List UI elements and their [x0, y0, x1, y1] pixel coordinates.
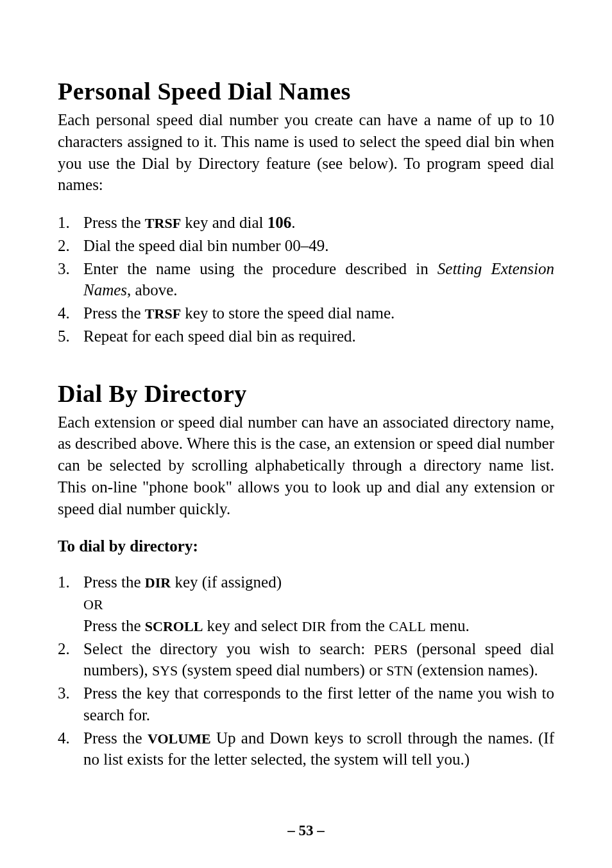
list-item: 2. Select the directory you wish to sear…	[58, 638, 554, 682]
text: from the	[326, 617, 389, 634]
section-heading-2: Dial By Directory	[58, 379, 554, 408]
text: key (if assigned)	[171, 573, 282, 591]
text: Press the	[83, 729, 148, 747]
text: key and select	[203, 617, 302, 634]
key-label: TRSF	[145, 215, 181, 231]
page-footer: – 53 –	[0, 822, 612, 839]
list-marker: 2.	[58, 235, 83, 257]
section1-intro: Each personal speed dial number you crea…	[58, 109, 554, 196]
list-content: Press the DIR key (if assigned) OR Press…	[83, 571, 554, 636]
caps-text: STN	[386, 663, 413, 679]
caps-text: DIR	[302, 618, 326, 634]
list-marker: 4.	[58, 727, 83, 771]
list-marker: 2.	[58, 638, 83, 682]
list-marker: 4.	[58, 302, 83, 324]
list-marker: 5.	[58, 326, 83, 347]
text: , above.	[127, 281, 177, 299]
text: Enter the name using the procedure descr…	[83, 260, 438, 277]
key-label: SCROLL	[145, 618, 203, 634]
list-content: Select the directory you wish to search:…	[83, 638, 554, 682]
section2-list: 1. Press the DIR key (if assigned) OR Pr…	[58, 571, 554, 770]
text: Press the	[83, 304, 145, 322]
caps-text: SYS	[152, 663, 178, 679]
text: menu.	[426, 617, 470, 634]
subheading: To dial by directory:	[58, 537, 554, 555]
list-marker: 3.	[58, 258, 83, 302]
text: .	[291, 214, 295, 231]
list-marker: 1.	[58, 571, 83, 636]
key-label: VOLUME	[148, 731, 211, 747]
key-label: TRSF	[145, 306, 181, 322]
text: Press the	[83, 573, 145, 591]
list-marker: 1.	[58, 212, 83, 234]
section-heading-1: Personal Speed Dial Names	[58, 77, 554, 105]
list-item: 5. Repeat for each speed dial bin as req…	[58, 326, 554, 347]
text: Press the	[83, 214, 145, 231]
list-item: 1. Press the DIR key (if assigned) OR Pr…	[58, 571, 554, 636]
list-content: Dial the speed dial bin number 00–49.	[83, 235, 554, 257]
text: (extension names).	[413, 661, 538, 679]
list-content: Press the VOLUME Up and Down keys to scr…	[83, 727, 554, 771]
list-content: Press the key that corresponds to the fi…	[83, 682, 554, 726]
list-content: Press the TRSF key to store the speed di…	[83, 302, 554, 324]
list-item: 4. Press the VOLUME Up and Down keys to …	[58, 727, 554, 771]
number-label: 106	[268, 214, 292, 231]
list-content: Repeat for each speed dial bin as requir…	[83, 326, 554, 347]
list-marker: 3.	[58, 682, 83, 726]
list-item: 3. Press the key that corresponds to the…	[58, 682, 554, 726]
or-text: OR	[83, 596, 103, 612]
caps-text: CALL	[389, 618, 425, 634]
list-item: 3. Enter the name using the procedure de…	[58, 258, 554, 302]
caps-text: PERS	[374, 641, 408, 657]
list-item: 1. Press the TRSF key and dial 106.	[58, 212, 554, 234]
section2-intro: Each extension or speed dial number can …	[58, 412, 554, 520]
key-label: DIR	[145, 575, 171, 591]
text: key to store the speed dial name.	[181, 304, 395, 322]
text: key and dial	[181, 214, 268, 231]
list-content: Enter the name using the procedure descr…	[83, 258, 554, 302]
text: Press the	[83, 617, 145, 634]
section1-list: 1. Press the TRSF key and dial 106. 2. D…	[58, 212, 554, 347]
list-content: Press the TRSF key and dial 106.	[83, 212, 554, 234]
list-item: 2. Dial the speed dial bin number 00–49.	[58, 235, 554, 257]
text: Select the directory you wish to search:	[83, 640, 374, 657]
text: (system speed dial numbers) or	[178, 661, 386, 679]
italic-text: Setting Exten	[438, 260, 527, 277]
list-item: 4. Press the TRSF key to store the speed…	[58, 302, 554, 324]
